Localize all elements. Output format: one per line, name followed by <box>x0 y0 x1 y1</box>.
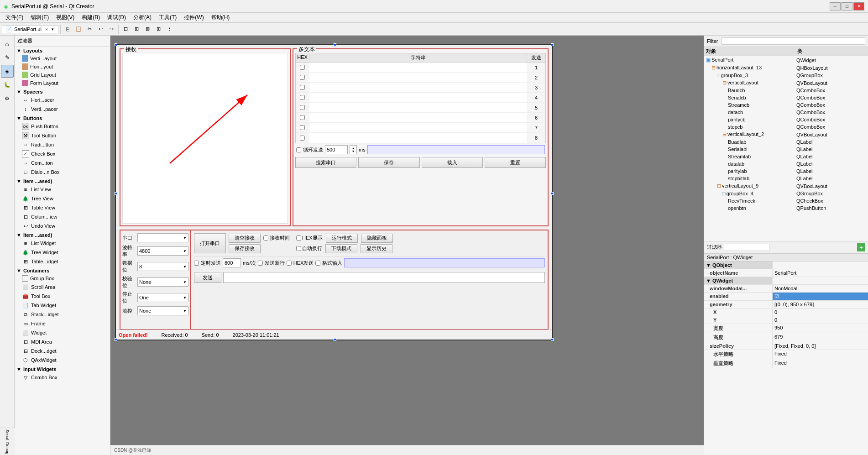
tree-row-vlayout2[interactable]: ⊟verticalLayout_2 QVBoxLayout <box>704 131 868 138</box>
row4-hex-cb[interactable] <box>300 95 305 100</box>
sidebar-group-buttons-header[interactable]: ▼ Buttons <box>15 115 110 122</box>
hex-display-checkbox[interactable] <box>296 235 301 241</box>
form-widget[interactable]: 接收 多文本 HEX 字符串 <box>115 44 553 340</box>
props-row-sizepolicy[interactable]: sizePolicy [Fixed, Fixed, 0, 0] <box>704 342 868 350</box>
row6-hex-cb[interactable] <box>300 115 305 120</box>
menu-help[interactable]: 帮助(H) <box>208 13 234 22</box>
tree-row-serialabl[interactable]: Serialabl QLabel <box>704 146 868 153</box>
hide-panel-button[interactable]: 隐藏面板 <box>361 234 393 243</box>
port-combo[interactable]: ▼ <box>137 233 188 242</box>
sidebar-item-combo-box[interactable]: ▽ Combo Box <box>15 373 110 382</box>
row7-string[interactable] <box>309 123 527 132</box>
row1-string[interactable] <box>309 63 527 72</box>
tree-row-stopbitlab[interactable]: stopbitlab QLabel <box>704 175 868 182</box>
props-row-windowmodal[interactable]: windowModal... NonModal <box>704 285 868 293</box>
clear-recv-button[interactable]: 清空接收 <box>229 234 261 243</box>
title-bar-controls[interactable]: ─ □ ✕ <box>830 2 864 10</box>
parity-combo[interactable]: None▼ <box>137 277 188 287</box>
sidebar-item-list-view[interactable]: ≡ List View <box>15 185 110 194</box>
row7-hex-cb[interactable] <box>300 125 305 130</box>
stop-bits-combo[interactable]: One▼ <box>137 293 188 302</box>
tree-row-recvtimeck[interactable]: RecvTimeck QCheckBox <box>704 197 868 204</box>
handle-br[interactable] <box>551 338 554 341</box>
send-input[interactable] <box>223 272 545 283</box>
search-port-button[interactable]: 搜索串口 <box>295 157 356 168</box>
props-row-hpolicy[interactable]: 水平策略 Fixed <box>704 350 868 359</box>
tree-row-stopcb[interactable]: stopcb QComboBox <box>704 123 868 131</box>
sidebar-item-vertical-layout[interactable]: Verti...ayout <box>15 54 110 63</box>
sidebar-item-v-spacer[interactable]: ↕ Verti...pacer <box>15 105 110 114</box>
sidebar-group-input-widgets-header[interactable]: ▼ Input Widgets <box>15 366 110 373</box>
sidebar-item-h-spacer[interactable]: ↔ Hori...acer <box>15 95 110 105</box>
loop-val-input[interactable]: 500 <box>325 145 348 154</box>
send-button[interactable]: 发送 <box>194 272 221 283</box>
handle-bl[interactable] <box>115 338 117 341</box>
handle-bm[interactable] <box>334 338 336 341</box>
toolbar-align-right-btn[interactable]: ⊞ <box>131 24 141 34</box>
receive-textedit[interactable] <box>122 53 288 224</box>
props-add-button[interactable]: + <box>857 243 865 251</box>
row3-hex-cb[interactable] <box>300 85 305 90</box>
tree-row-serialcb[interactable]: Serialcb QComboBox <box>704 94 868 101</box>
flow-combo[interactable]: None▼ <box>137 306 188 315</box>
design-icon-btn[interactable]: ◈ <box>1 65 14 78</box>
sidebar-item-column-view[interactable]: ⊟ Colum...iew <box>15 212 110 221</box>
toolbar-undo-btn[interactable]: ↩ <box>95 24 105 34</box>
sidebar-item-tool-box[interactable]: 🧰 Tool Box <box>15 292 110 301</box>
baud-combo[interactable]: 4800▼ <box>137 246 188 256</box>
design-canvas[interactable]: 接收 多文本 HEX 字符串 <box>110 36 704 445</box>
props-row-x[interactable]: X 0 <box>704 309 868 316</box>
toolbar-grid-btn[interactable]: ⊞ <box>153 24 163 34</box>
timed-val-input[interactable]: 800 <box>223 258 241 267</box>
handle-ml[interactable] <box>115 192 117 195</box>
row2-string[interactable] <box>309 73 527 82</box>
loop-spinbox-arrows[interactable]: ▲▼ <box>350 145 357 154</box>
maximize-button[interactable]: □ <box>842 2 852 10</box>
sidebar-item-group-box[interactable]: Group Box <box>15 274 110 282</box>
sidebar-item-table-view[interactable]: ⊞ Table View <box>15 203 110 212</box>
recv-time-checkbox[interactable] <box>263 235 268 241</box>
tree-row-paritycb[interactable]: paritycb QComboBox <box>704 116 868 123</box>
toolbar-dropdown-icon[interactable]: ▼ <box>51 27 54 31</box>
handle-mr[interactable] <box>551 192 554 195</box>
handle-tr[interactable] <box>551 43 554 46</box>
sidebar-group-layouts-header[interactable]: ▼ Layouts <box>15 47 110 54</box>
tree-row-vlayout9[interactable]: ⊟verticalLayout_9 QVBoxLayout <box>704 182 868 190</box>
timed-send-checkbox[interactable] <box>194 261 199 266</box>
sidebar-item-check-box[interactable]: ✓ Check Box <box>15 149 110 158</box>
sidebar-group-item-views-header[interactable]: ▼ Item ...ased) <box>15 178 110 185</box>
save-recv-button[interactable]: 保存接收 <box>229 244 261 253</box>
edit-icon-btn[interactable]: ✎ <box>1 51 14 64</box>
toolbar-close-icon[interactable]: × <box>45 26 48 32</box>
sidebar-item-horizontal-layout[interactable]: Hori...yout <box>15 63 110 71</box>
sidebar-item-dialog-button[interactable]: □ Dialo...n Box <box>15 167 110 177</box>
handle-tm[interactable] <box>334 43 336 46</box>
menu-view[interactable]: 视图(V) <box>52 13 78 22</box>
data-bits-combo[interactable]: 8▼ <box>137 262 188 271</box>
tree-row-streamlab[interactable]: Streamlab QLabel <box>704 153 868 160</box>
minimize-button[interactable]: ─ <box>830 2 841 10</box>
tree-row-paritylab[interactable]: paritylab QLabel <box>704 167 868 175</box>
tree-row-streamcb[interactable]: Streamcb QComboBox <box>704 101 868 109</box>
sidebar-item-mdi-area[interactable]: ⊡ MDI Area <box>15 337 110 346</box>
menu-analyze[interactable]: 分析(A) <box>130 13 155 22</box>
toolbar-paste-btn[interactable]: 📋 <box>73 24 84 34</box>
sidebar-item-form-layout[interactable]: Form Layout <box>15 79 110 87</box>
tree-row-hlayout13[interactable]: ⊟horizontalLayout_13 QHBoxLayout <box>704 64 868 72</box>
row1-hex-cb[interactable] <box>300 65 305 70</box>
load-button[interactable]: 载入 <box>422 157 483 168</box>
save-button[interactable]: 保存 <box>358 157 419 168</box>
open-port-button[interactable]: 打开串口 <box>194 233 226 253</box>
props-row-objectname[interactable]: objectName SerialPort <box>704 269 868 277</box>
sidebar-item-dock-widget[interactable]: ⊟ Dock...dget <box>15 346 110 356</box>
sidebar-item-qax-widget[interactable]: ⬡ QAxWidget <box>15 356 110 365</box>
loop-send-checkbox[interactable] <box>296 147 301 152</box>
toolbar-cut-btn[interactable]: ✂ <box>84 24 94 34</box>
welcome-icon-btn[interactable]: ⌂ <box>1 37 14 50</box>
debug-icon-btn[interactable]: 🐛 <box>1 78 14 91</box>
tree-row-groupbox4[interactable]: □groupBox_4 QGroupBox <box>704 190 868 197</box>
sidebar-group-containers-header[interactable]: ▼ Containers <box>15 267 110 274</box>
row5-hex-cb[interactable] <box>300 105 305 110</box>
close-button[interactable]: ✕ <box>853 2 864 10</box>
sidebar-item-push-button[interactable]: OK Push Button <box>15 122 110 131</box>
